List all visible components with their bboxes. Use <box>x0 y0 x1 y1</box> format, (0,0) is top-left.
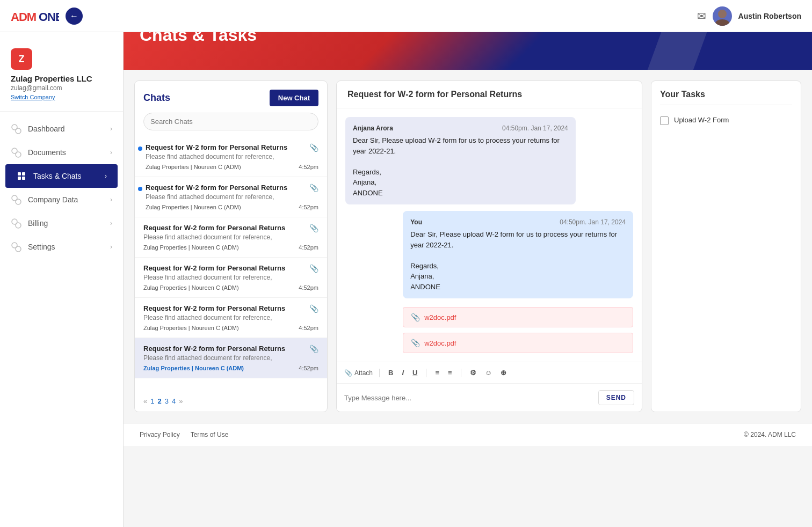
chat-item-title: Request for W-2 form for Personal Return… <box>143 224 305 232</box>
sidebar-item-tasks-chats[interactable]: Tasks & Chats › <box>5 164 118 188</box>
message-bubble-sent: You 04:50pm. Jan 17, 2024 Dear Sir, Plea… <box>403 211 633 298</box>
attachment-item-1[interactable]: 📎 w2doc.pdf <box>403 307 633 327</box>
company-avatar: Z <box>11 48 32 70</box>
pagination-prev[interactable]: « <box>143 397 147 405</box>
underline-button[interactable]: U <box>410 368 419 378</box>
content-area: Chats & Tasks Chats New Chat Request for… <box>124 0 812 423</box>
attach-icon: 📎 <box>309 345 318 353</box>
sidebar-item-company-data[interactable]: Company Data › <box>0 188 123 211</box>
link-button[interactable]: ⚙ <box>468 368 479 378</box>
chat-item[interactable]: Request for W-2 form for Personal Return… <box>135 298 327 338</box>
nav-menu: Dashboard › Documents › <box>0 112 123 264</box>
chat-preview: Please find attached document for refere… <box>143 233 318 241</box>
main-content: Chats New Chat Request for W-2 form for … <box>124 70 812 423</box>
svg-point-7 <box>16 152 21 157</box>
svg-point-17 <box>16 246 21 252</box>
company-data-icon <box>11 194 21 205</box>
tasks-panel: Your Tasks Upload W-2 Form <box>651 80 801 412</box>
message-input[interactable] <box>344 394 598 402</box>
bold-button[interactable]: B <box>386 368 395 378</box>
chat-item-title: Request for W-2 form for Personal Return… <box>143 345 305 353</box>
chat-from: Zulag Properties | Noureen C (ADM) <box>143 244 239 251</box>
sidebar-item-settings[interactable]: Settings › <box>0 235 123 259</box>
pagination-page-3[interactable]: 3 <box>165 397 169 405</box>
sidebar-item-billing[interactable]: Billing › <box>0 211 123 235</box>
company-info: Z Zulag Properties LLC zulag@gmail.com S… <box>0 43 123 112</box>
attachment-name: w2doc.pdf <box>424 313 456 321</box>
svg-point-2 <box>718 10 727 18</box>
footer-copyright: © 2024. ADM LLC <box>744 431 796 438</box>
attachments-area: 📎 w2doc.pdf 📎 w2doc.pdf <box>403 305 633 353</box>
switch-company-link[interactable]: Switch Company <box>11 94 112 100</box>
svg-point-15 <box>16 223 21 228</box>
tasks-title: Your Tasks <box>660 90 792 105</box>
list-button[interactable]: ≡ <box>433 368 441 378</box>
documents-icon <box>11 147 21 158</box>
chat-preview: Please find attached document for refere… <box>146 153 318 160</box>
chat-time: 4:52pm <box>299 204 318 210</box>
message-meta: You 04:50pm. Jan 17, 2024 <box>410 217 626 227</box>
terms-of-use-link[interactable]: Terms of Use <box>191 431 229 438</box>
italic-button[interactable]: I <box>400 368 406 378</box>
emoji-button[interactable]: ☺ <box>483 368 494 378</box>
chevron-right-icon: › <box>110 125 112 133</box>
pagination-next[interactable]: » <box>179 397 183 405</box>
chat-from: Zulag Properties | Noureen C (ADM) <box>143 284 239 291</box>
send-button[interactable]: SEND <box>598 390 634 405</box>
sidebar-item-label-settings: Settings <box>28 243 55 251</box>
sidebar-item-label-documents: Documents <box>28 148 66 157</box>
sidebar-item-documents[interactable]: Documents › <box>0 141 123 164</box>
tasks-chats-icon <box>16 171 27 181</box>
chat-time: 4:52pm <box>299 164 318 170</box>
pagination-page-4[interactable]: 4 <box>172 397 176 405</box>
chat-preview: Please find attached document for refere… <box>146 193 318 201</box>
chat-meta: Zulag Properties | Noureen C (ADM) 4:52p… <box>143 284 318 291</box>
chevron-right-icon: › <box>105 172 107 180</box>
user-name: Austin Robertson <box>738 12 801 20</box>
sidebar-item-label-dashboard: Dashboard <box>28 125 65 133</box>
privacy-policy-link[interactable]: Privacy Policy <box>140 431 180 438</box>
pagination-page-2[interactable]: 2 <box>157 397 161 405</box>
chat-item-title: Request for W-2 form for Personal Return… <box>143 264 305 272</box>
chats-title: Chats <box>143 92 170 104</box>
ordered-list-button[interactable]: ≡ <box>446 368 454 378</box>
chevron-right-icon: › <box>110 243 112 251</box>
plus-button[interactable]: ⊕ <box>498 368 509 378</box>
pagination-page-1[interactable]: 1 <box>150 397 154 405</box>
chat-time: 4:52pm <box>299 365 318 371</box>
sidebar: Z Zulag Properties LLC zulag@gmail.com S… <box>0 32 124 446</box>
chat-item[interactable]: Request for W-2 form for Personal Return… <box>135 217 327 258</box>
chat-item[interactable]: Request for W-2 form for Personal Return… <box>135 338 327 378</box>
search-input[interactable] <box>143 113 318 130</box>
paperclip-icon: 📎 <box>411 313 420 321</box>
sidebar-item-dashboard[interactable]: Dashboard › <box>0 117 123 141</box>
svg-rect-10 <box>18 177 21 180</box>
attachment-item-2[interactable]: 📎 w2doc.pdf <box>403 333 633 353</box>
mail-icon[interactable]: ✉ <box>697 10 706 23</box>
svg-point-5 <box>16 128 21 134</box>
chat-view-header: Request for W-2 form for Personal Return… <box>337 81 642 108</box>
footer: Privacy Policy Terms of Use © 2024. ADM … <box>124 423 812 446</box>
message-body: Dear Sir, Please upload W-2 form for us … <box>410 229 626 292</box>
message-body: Dear Sir, Please upload W-2 form for us … <box>353 135 568 198</box>
new-chat-button[interactable]: New Chat <box>270 90 318 106</box>
chat-item[interactable]: Request for W-2 form for Personal Return… <box>135 258 327 298</box>
chat-from: Zulag Properties | Noureen C (ADM) <box>146 164 241 170</box>
chat-from: Zulag Properties | Noureen C (ADM) <box>146 204 241 210</box>
attach-icon: 📎 <box>309 224 318 232</box>
user-area: ✉ Austin Robertson <box>697 6 801 26</box>
chat-meta: Zulag Properties | Noureen C (ADM) 4:52p… <box>143 365 318 371</box>
chat-view-panel: Request for W-2 form for Personal Return… <box>336 80 642 412</box>
attach-button[interactable]: 📎 Attach <box>344 369 373 377</box>
chat-meta: Zulag Properties | Noureen C (ADM) 4:52p… <box>143 325 318 331</box>
chat-item[interactable]: Request for W-2 form for Personal Return… <box>135 137 327 177</box>
message-sender: Anjana Arora <box>353 123 393 133</box>
back-button[interactable]: ← <box>66 8 83 25</box>
chat-item[interactable]: Request for W-2 form for Personal Return… <box>135 177 327 217</box>
logo: ADM ONE <box>11 8 59 24</box>
task-checkbox[interactable] <box>660 116 669 125</box>
chat-meta: Zulag Properties | Noureen C (ADM) 4:52p… <box>146 204 318 210</box>
chat-from-active: Zulag Properties | Noureen C (ADM) <box>143 365 244 371</box>
sidebar-item-label-company-data: Company Data <box>28 195 78 204</box>
chat-view-title: Request for W-2 form for Personal Return… <box>347 90 522 99</box>
